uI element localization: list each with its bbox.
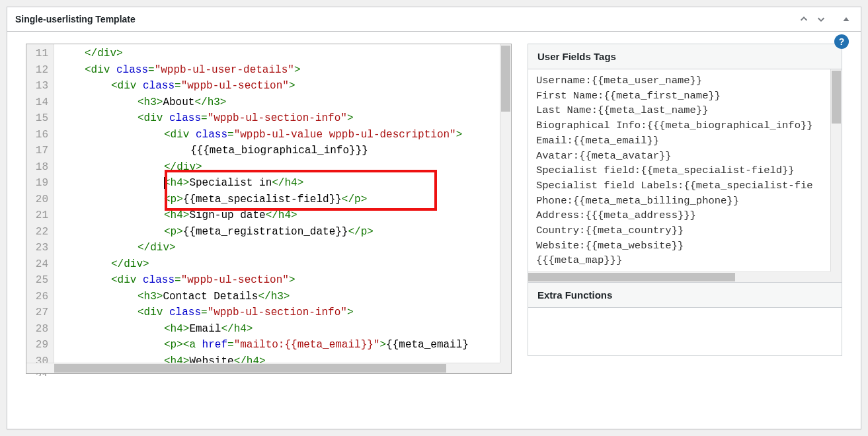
code-token-tag: = [175, 274, 181, 286]
help-icon[interactable]: ? [834, 34, 849, 49]
code-token-attrval: "wppb-ul-section-info" [208, 307, 347, 318]
tags-vertical-scroll-thumb[interactable] [832, 71, 841, 124]
code-line[interactable]: <div class="wppb-ul-section-info"> [58, 305, 507, 321]
code-line[interactable]: <p><a href="mailto:{{meta_email}}">{{met… [58, 337, 507, 353]
collapse-panel-icon[interactable] [840, 13, 853, 26]
code-area[interactable]: </div><div class="wppb-ul-user-details">… [54, 44, 511, 373]
user-field-tag[interactable]: Specialist field Labels:{{meta_specialis… [536, 178, 834, 194]
code-line[interactable]: <h3>Contact Details</h3> [58, 289, 507, 305]
editor-horizontal-scrollbar[interactable] [26, 363, 511, 373]
code-line[interactable]: <h4>Sign-up date</h4> [58, 207, 507, 224]
code-line[interactable]: <p>{{meta_registration_date}}</p> [58, 224, 507, 240]
tags-horizontal-scroll-thumb[interactable] [528, 273, 735, 281]
code-line[interactable]: </div> [58, 46, 507, 62]
code-token-text: Email [189, 323, 221, 335]
code-token-text: About [163, 96, 194, 108]
panel-header-controls [797, 13, 853, 26]
code-token-text: Specialist in [189, 177, 272, 189]
code-token-tag: <div [138, 112, 169, 124]
code-token-tag: = [227, 129, 234, 141]
code-token-attrname: href [202, 339, 227, 351]
template-panel: Single-userlisting Template ? 1112131415… [7, 7, 861, 429]
line-number: 26 [29, 289, 48, 305]
line-number: 19 [29, 175, 48, 192]
code-line[interactable]: <div class="wppb-ul-section"> [58, 272, 507, 289]
user-fields-tags-header[interactable]: User Fields Tags [528, 44, 842, 69]
tags-vertical-scrollbar[interactable] [830, 69, 842, 272]
code-token-attrval: "wppb-ul-user-details" [155, 64, 294, 76]
user-field-tag[interactable]: Phone:{{meta_meta_billing_phone}} [536, 194, 834, 209]
user-field-tag[interactable]: Country:{{meta_country}} [536, 223, 834, 238]
code-token-text: {{meta_specialist-field}} [183, 194, 342, 205]
editor-horizontal-scroll-thumb[interactable] [54, 364, 446, 373]
code-line[interactable]: <h4>Email</h4> [58, 321, 507, 338]
user-field-tag[interactable]: Avatar:{{meta_avatar}} [536, 149, 834, 164]
code-editor[interactable]: 1112131415161718192021222324252627282930… [26, 44, 512, 374]
extra-functions-header[interactable]: Extra Functions [528, 283, 842, 308]
tags-scroll-corner [830, 272, 842, 282]
code-token-attrname: class [143, 80, 175, 92]
line-number: 20 [29, 192, 48, 208]
user-field-tag[interactable]: First Name:{{meta_first_name}} [536, 89, 834, 104]
code-line[interactable]: <h3>About</h3> [58, 94, 507, 111]
code-line[interactable]: <p>{{meta_specialist-field}}</p> [58, 192, 507, 208]
user-field-tag[interactable]: {{{meta_map}}} [536, 253, 834, 268]
code-line[interactable]: {{{meta_biographical_info}}} [58, 143, 507, 159]
code-token-tag: > [289, 80, 296, 92]
code-line[interactable]: <div class="wppb-ul-section"> [58, 78, 507, 94]
move-down-icon[interactable] [814, 13, 828, 26]
code-line[interactable]: <div class="wppb-ul-section-info"> [58, 110, 507, 127]
panel-header: Single-userlisting Template [7, 7, 861, 32]
code-token-tag: <h4> [164, 177, 189, 189]
user-field-tag[interactable]: Specialist field:{{meta_specialist-field… [536, 163, 834, 178]
code-token-attrname: class [196, 129, 227, 141]
editor-vertical-scrollbar[interactable] [500, 44, 511, 363]
code-token-tag: </div> [111, 258, 149, 270]
code-token-tag: <div [111, 274, 143, 286]
move-up-icon[interactable] [797, 13, 810, 26]
code-line[interactable]: <div class="wppb-ul-value wppb-ul-descri… [58, 127, 507, 143]
line-number: 24 [29, 256, 48, 273]
code-token-tag: > [347, 112, 354, 124]
user-field-tag[interactable]: Email:{{meta_email}} [536, 133, 834, 149]
code-line[interactable]: <h4>Specialist in</h4> [58, 175, 507, 192]
code-token-tag: </div> [164, 161, 202, 173]
code-token-text: {{meta_email} [386, 339, 469, 351]
code-token-attrval: "wppb-ul-section" [181, 274, 289, 286]
code-token-tag: </h3> [194, 96, 226, 108]
columns-layout: 1112131415161718192021222324252627282930… [26, 44, 842, 414]
user-fields-tags-body[interactable]: Username:{{meta_user_name}}First Name:{{… [528, 69, 842, 282]
line-number: 18 [29, 159, 48, 176]
user-field-tag[interactable]: Website:{{meta_website}} [536, 238, 834, 254]
editor-vertical-scroll-thumb[interactable] [501, 46, 510, 112]
code-token-attrname: class [169, 307, 201, 318]
code-line[interactable]: </div> [58, 240, 507, 256]
user-field-tag[interactable]: Biographical Info:{{{meta_biographical_i… [536, 118, 834, 133]
sidebar-column: User Fields Tags Username:{{meta_user_na… [528, 44, 842, 414]
code-token-tag: </h4> [221, 323, 253, 335]
user-field-tag[interactable]: Last Name:{{meta_last_name}} [536, 103, 834, 118]
line-number: 27 [29, 305, 48, 321]
editor-column: 1112131415161718192021222324252627282930… [26, 44, 512, 414]
code-token-attrval: "mailto:{{meta_email}}" [234, 339, 380, 351]
code-token-tag: <p> [164, 226, 183, 238]
code-token-tag: = [201, 307, 208, 318]
code-token-attrval: "wppb-ul-value wppb-ul-description" [234, 129, 456, 141]
user-fields-tags-panel: User Fields Tags Username:{{meta_user_na… [528, 44, 842, 283]
code-line[interactable]: <div class="wppb-ul-user-details"> [58, 62, 507, 79]
code-token-tag: </p> [348, 226, 373, 238]
code-token-tag: <h3> [138, 96, 163, 108]
code-token-tag: <h3> [138, 291, 163, 303]
extra-functions-body [528, 308, 842, 355]
code-line[interactable]: </div> [58, 256, 507, 273]
code-token-tag: <div [111, 80, 143, 92]
user-field-tag[interactable]: Username:{{meta_user_name}} [536, 73, 834, 89]
code-token-text: {{meta_registration_date}} [183, 226, 348, 238]
code-token-tag: </h4> [266, 209, 297, 221]
user-field-tag[interactable]: Address:{{{meta_address}}} [536, 208, 834, 223]
line-number: 16 [29, 127, 48, 143]
tags-horizontal-scrollbar[interactable] [528, 272, 842, 282]
line-number: 28 [29, 321, 48, 338]
code-line[interactable]: </div> [58, 159, 507, 176]
code-wrap: </div><div class="wppb-ul-user-details">… [54, 44, 511, 373]
